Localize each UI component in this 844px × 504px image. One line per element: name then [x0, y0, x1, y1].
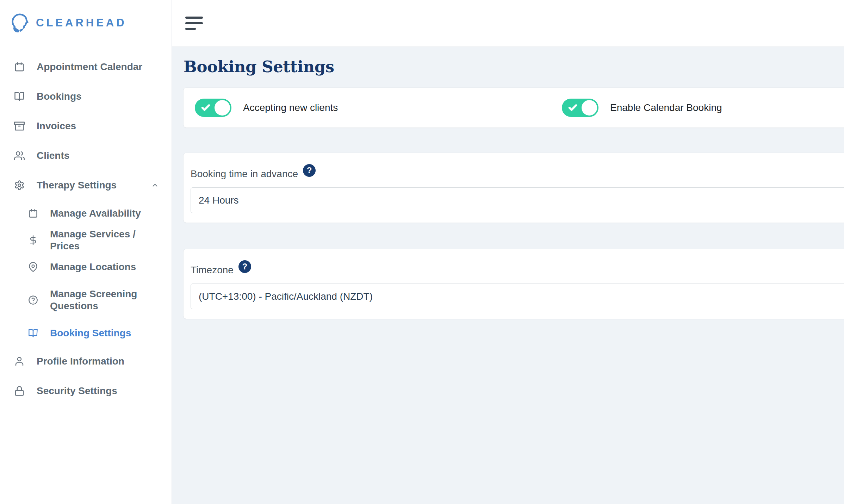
sidebar-item-therapy-settings[interactable]: Therapy Settings — [0, 170, 172, 200]
enable-calendar-booking-group: Enable Calendar Booking — [562, 99, 844, 117]
clearhead-logo[interactable]: CLEARHEAD — [10, 13, 172, 33]
sidebar-item-label: Bookings — [37, 91, 82, 102]
timezone-label: Timezone — [191, 263, 234, 277]
sidebar-item-label: Security Settings — [37, 385, 117, 397]
content: Booking Settings Accepting new clients E… — [172, 47, 844, 504]
enable-calendar-booking-toggle[interactable] — [562, 99, 598, 117]
main-area: Booking Settings Accepting new clients E… — [172, 0, 844, 504]
sidebar-item-bookings[interactable]: Bookings — [0, 82, 172, 111]
toggle-label: Enable Calendar Booking — [610, 102, 722, 113]
booking-time-label: Booking time in advance — [191, 167, 298, 181]
toggle-knob — [582, 100, 597, 116]
sidebar-item-label: Therapy Settings — [37, 179, 117, 191]
book-open-icon — [28, 328, 38, 338]
toggle-label: Accepting new clients — [243, 102, 338, 113]
sidebar-item-label: Manage Locations — [50, 261, 136, 273]
sidebar-item-appointment-calendar[interactable]: Appointment Calendar — [0, 52, 172, 82]
sidebar-item-label: Booking Settings — [50, 327, 131, 339]
help-icon[interactable]: ? — [238, 260, 251, 273]
toggle-knob — [215, 100, 230, 116]
booking-time-select[interactable]: 24 Hours — [191, 187, 844, 213]
lock-icon — [14, 386, 25, 396]
sidebar-item-manage-services-prices[interactable]: Manage Services / Prices — [0, 227, 172, 254]
sidebar-item-label: Manage Screening Questions — [50, 288, 138, 312]
hamburger-menu-icon[interactable] — [185, 17, 203, 30]
toggles-card: Accepting new clients Enable Calendar Bo… — [184, 88, 844, 127]
check-icon — [201, 103, 211, 113]
sidebar-item-label: Profile Information — [37, 355, 124, 367]
calendar-icon — [14, 62, 25, 72]
book-open-icon — [14, 91, 25, 102]
map-pin-icon — [28, 262, 38, 272]
brand-wordmark: CLEARHEAD — [36, 17, 127, 29]
accepting-new-clients-toggle[interactable] — [195, 99, 231, 117]
sidebar-item-manage-screening-questions[interactable]: Manage Screening Questions — [0, 280, 172, 320]
chevron-up-icon — [151, 181, 159, 189]
sidebar-item-clients[interactable]: Clients — [0, 141, 172, 170]
sidebar-item-label: Manage Availability — [50, 207, 141, 219]
timezone-card: Timezone ? (UTC+13:00) - Pacific/Aucklan… — [184, 249, 844, 319]
help-icon[interactable]: ? — [303, 164, 316, 177]
sidebar-nav: Appointment Calendar Bookings Invoices C… — [0, 33, 172, 406]
sidebar-item-manage-availability[interactable]: Manage Availability — [0, 200, 172, 227]
sidebar-item-label: Invoices — [37, 120, 76, 132]
timezone-select[interactable]: (UTC+13:00) - Pacific/Auckland (NZDT) — [191, 284, 844, 309]
booking-time-value: 24 Hours — [199, 195, 239, 206]
sidebar-item-security-settings[interactable]: Security Settings — [0, 376, 172, 406]
sidebar-item-invoices[interactable]: Invoices — [0, 111, 172, 141]
sidebar-item-booking-settings[interactable]: Booking Settings — [0, 320, 172, 347]
calendar-icon — [28, 209, 38, 218]
clearhead-head-in-hands-icon — [10, 13, 31, 33]
help-circle-icon — [28, 295, 38, 305]
sidebar-item-label: Appointment Calendar — [37, 61, 142, 73]
dollar-sign-icon — [28, 235, 38, 245]
sidebar-item-profile-information[interactable]: Profile Information — [0, 347, 172, 376]
check-icon — [568, 103, 578, 113]
page-title: Booking Settings — [184, 57, 844, 76]
field-label-row: Booking time in advance ? — [191, 167, 844, 181]
field-label-row: Timezone ? — [191, 263, 844, 277]
sidebar-item-manage-locations[interactable]: Manage Locations — [0, 254, 172, 280]
booking-time-card: Booking time in advance ? 24 Hours — [184, 153, 844, 223]
gear-icon — [14, 180, 25, 191]
sidebar-item-label: Clients — [37, 150, 69, 162]
users-icon — [14, 150, 25, 161]
sidebar-item-label: Manage Services / Prices — [50, 228, 159, 252]
user-icon — [14, 356, 25, 367]
accepting-new-clients-group: Accepting new clients — [195, 99, 562, 117]
topbar — [172, 0, 844, 47]
archive-box-icon — [14, 121, 25, 131]
timezone-value: (UTC+13:00) - Pacific/Auckland (NZDT) — [199, 291, 373, 302]
sidebar: CLEARHEAD Appointment Calendar Bookings … — [0, 0, 172, 504]
